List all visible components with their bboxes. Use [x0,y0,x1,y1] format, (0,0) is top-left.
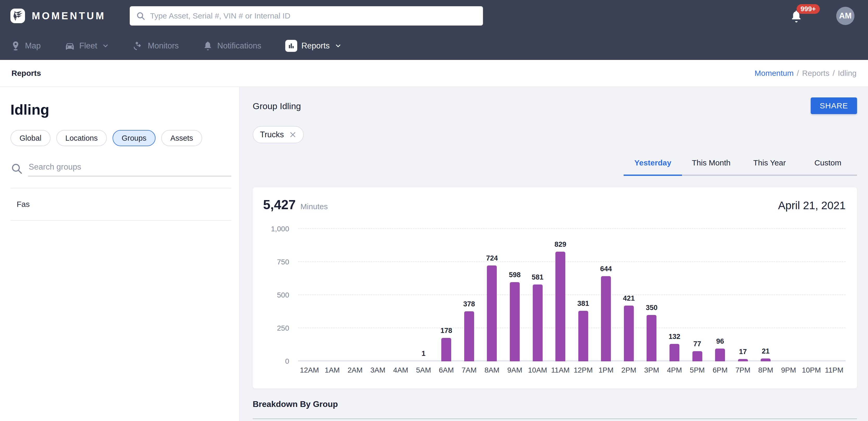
range-tab-yesterday[interactable]: Yesterday [624,158,682,175]
content-area: Idling GlobalLocationsGroupsAssets Fas G… [0,87,868,421]
chart-column-10am: 581 [526,229,549,361]
chart-card-header: 5,427 Minutes April 21, 2021 [263,197,846,212]
chart-column-6pm: 96 [709,229,732,361]
chart-column-3am [367,229,390,361]
close-icon[interactable] [289,131,297,138]
scope-pill-locations[interactable]: Locations [56,130,107,146]
group-search-input[interactable] [28,162,231,176]
y-axis-tick-label: 0 [260,358,289,365]
scope-pill-groups[interactable]: Groups [113,130,156,146]
scope-pill-assets[interactable]: Assets [161,130,202,146]
x-axis-tick-label: 8AM [480,366,503,374]
date-range-tabs-row: YesterdayThis MonthThis YearCustom [253,158,857,176]
section-title: Group Idling [253,97,301,111]
nav-item-label: Notifications [217,41,261,51]
bar-chart-icon [285,40,297,52]
phoenix-logo-icon [10,9,25,23]
x-axis-tick-label: 7PM [732,366,754,374]
bar-3pm[interactable] [647,315,656,361]
bar-7am[interactable] [464,311,474,361]
bar-2pm[interactable] [624,306,634,361]
nav-item-notifications[interactable]: Notifications [203,41,261,51]
x-axis-tick-label: 9AM [503,366,526,374]
bar-10am[interactable] [533,284,542,361]
breadcrumb-item-reports: Reports [802,69,830,78]
car-icon [65,41,75,51]
bar-value-label: 581 [532,273,544,281]
x-axis-tick-label: 1AM [321,366,344,374]
idling-chart-card: 5,427 Minutes April 21, 2021 02505007501… [253,187,857,388]
range-tab-this-year[interactable]: This Year [740,158,799,175]
x-axis-tick-label: 1PM [595,366,618,374]
app-logo[interactable]: MOMENTUM [10,9,106,23]
nav-item-reports[interactable]: Reports [285,40,342,52]
chart-column-7am: 378 [458,229,480,361]
bar-value-label: 378 [463,300,475,308]
range-tab-custom[interactable]: Custom [799,158,857,175]
bar-4pm[interactable] [670,344,679,361]
idling-bar-chart: 02505007501,0001178378724598581829381644… [263,229,846,374]
x-axis-tick-label: 12AM [298,366,321,374]
bar-6pm[interactable] [715,349,725,361]
x-axis-tick-label: 2PM [617,366,640,374]
chart-column-2pm: 421 [617,229,640,361]
chart-column-7pm: 17 [732,229,754,361]
x-axis-tick-label: 11PM [823,366,846,374]
group-list: Fas [10,188,231,221]
x-axis-tick-label: 12PM [572,366,595,374]
notifications-bell-button[interactable]: 999+ [789,8,804,24]
x-axis-tick-label: 4PM [663,366,686,374]
share-button[interactable]: SHARE [811,97,857,114]
bar-11am[interactable] [555,252,565,361]
nav-item-monitors[interactable]: Monitors [133,41,179,51]
x-axis-tick-label: 6AM [435,366,458,374]
nav-item-label: Map [25,41,41,51]
bar-12pm[interactable] [578,311,588,361]
bar-value-label: 17 [739,348,747,356]
user-avatar[interactable]: AM [836,7,855,25]
navbar-top-row: MOMENTUM 999+ AM [0,0,868,32]
x-axis-tick-label: 3PM [640,366,663,374]
nav-item-label: Monitors [148,41,179,51]
group-list-item-fas[interactable]: Fas [10,188,231,221]
bar-8am[interactable] [487,266,497,361]
bar-9am[interactable] [510,282,520,361]
x-axis-tick-label: 3AM [367,366,390,374]
y-axis-tick-label: 250 [260,325,289,332]
chart-bars: 1178378724598581829381644421350132779617… [298,229,846,361]
date-range-tabs: YesterdayThis MonthThis YearCustom [624,158,857,176]
global-search-input[interactable] [150,11,477,20]
notification-count-badge[interactable]: 999+ [797,4,820,14]
x-axis-tick-label: 5AM [412,366,435,374]
chart-column-6am: 178 [435,229,458,361]
nav-item-fleet[interactable]: Fleet [65,41,109,51]
total-summary: 5,427 Minutes [263,197,328,212]
filter-chips-row: Trucks [253,126,857,143]
total-minutes-value: 5,427 [263,197,296,212]
bar-8pm[interactable] [761,359,771,361]
bar-value-label: 421 [623,294,634,302]
chart-column-8pm: 21 [754,229,777,361]
bar-7pm[interactable] [738,359,748,361]
chart-x-axis-labels: 12AM1AM2AM3AM4AM5AM6AM7AM8AM9AM10AM11AM1… [298,366,846,374]
bar-value-label: 724 [486,254,498,262]
nav-item-map[interactable]: Map [10,41,41,51]
chart-column-3pm: 350 [640,229,663,361]
breadcrumb-separator: / [833,69,835,78]
chart-column-8am: 724 [480,229,503,361]
report-main: Group Idling SHARE Trucks YesterdayThis … [240,87,868,421]
breadcrumb-bar: Reports Momentum/Reports/Idling [0,60,868,87]
scope-pill-global[interactable]: Global [10,130,51,146]
range-tab-this-month[interactable]: This Month [682,158,740,175]
global-search-bar[interactable] [130,6,483,26]
breadcrumb-item-momentum[interactable]: Momentum [755,69,794,78]
chart-column-5am: 1 [412,229,435,361]
bell-icon [203,41,213,51]
bar-5pm[interactable] [692,351,702,361]
bar-1pm[interactable] [601,276,611,361]
total-minutes-unit: Minutes [300,202,328,211]
bar-6am[interactable] [441,338,451,361]
x-axis-tick-label: 11AM [549,366,572,374]
nav-item-label: Reports [301,41,330,51]
y-axis-tick-label: 500 [260,292,289,299]
